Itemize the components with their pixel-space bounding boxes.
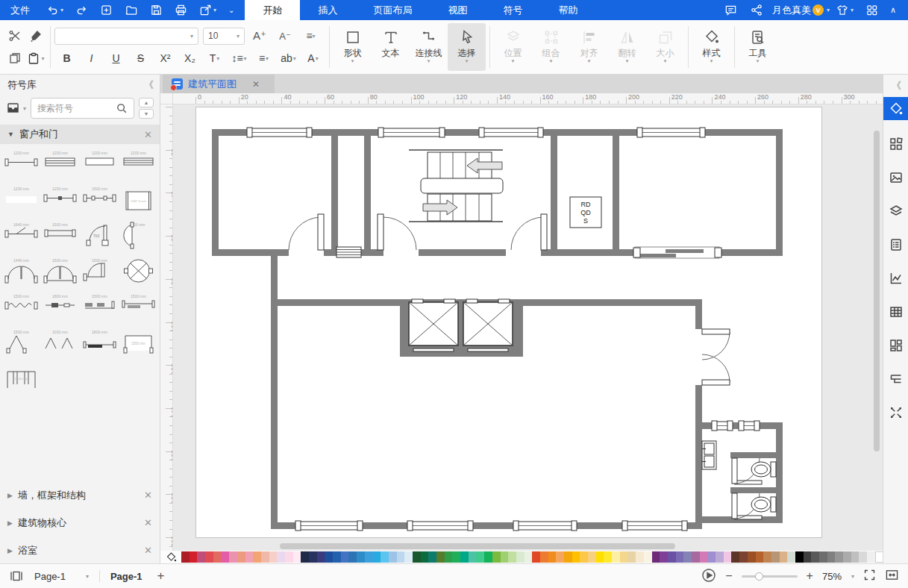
apps-grid-icon[interactable] <box>860 4 884 16</box>
color-swatch[interactable] <box>811 551 819 563</box>
right-panel-widgets[interactable] <box>883 132 908 155</box>
search-icon[interactable] <box>116 102 128 114</box>
color-swatch[interactable] <box>843 551 851 563</box>
paste-button[interactable]: ▾ <box>25 49 46 68</box>
right-panel-chart[interactable] <box>883 266 908 290</box>
symbol-door-right[interactable]: 700 <box>80 219 119 251</box>
color-swatch[interactable] <box>516 551 525 563</box>
floor-plan[interactable]: RDQDS <box>196 107 823 539</box>
color-swatch[interactable] <box>301 551 309 563</box>
library-down-button[interactable]: ▼ <box>139 109 154 119</box>
color-swatch[interactable] <box>612 551 620 563</box>
color-swatch[interactable] <box>644 551 652 563</box>
symbol-door-double2[interactable]: 1500 mm <box>41 254 81 287</box>
color-swatch[interactable] <box>731 551 739 563</box>
color-swatch[interactable] <box>293 551 301 563</box>
color-swatch[interactable] <box>692 551 700 563</box>
color-swatch[interactable] <box>707 551 716 563</box>
menu-tab-6[interactable]: 帮助 <box>540 0 595 20</box>
fullscreen-button[interactable] <box>863 569 876 584</box>
color-swatch[interactable] <box>756 551 764 563</box>
symbol-label-blank[interactable]: 1200 mm <box>1 183 41 216</box>
color-swatch[interactable] <box>620 551 628 563</box>
color-swatch[interactable] <box>317 551 325 563</box>
export-caret[interactable]: ▾ <box>213 7 216 13</box>
presentation-play-button[interactable] <box>701 568 716 585</box>
underline-button[interactable]: U <box>104 49 128 68</box>
symbol-win-slide2[interactable]: 1500 mm <box>80 290 119 323</box>
color-swatch[interactable] <box>572 551 580 563</box>
bold-button[interactable]: B <box>54 49 79 68</box>
color-swatch[interactable] <box>540 551 548 563</box>
section-close-icon[interactable]: ✕ <box>144 517 152 528</box>
color-swatch[interactable] <box>357 551 365 563</box>
section-windows-doors[interactable]: ▼ 窗户和门 ✕ <box>0 125 160 144</box>
color-swatch[interactable] <box>413 551 421 563</box>
paste-caret[interactable]: ▾ <box>41 55 44 62</box>
section-bathroom[interactable]: ▶浴室✕ <box>0 537 160 564</box>
color-swatch[interactable] <box>365 551 373 563</box>
color-swatch[interactable] <box>508 551 516 563</box>
document-close-icon[interactable]: ✕ <box>252 79 260 90</box>
right-panel-image[interactable] <box>883 166 908 189</box>
color-swatch[interactable] <box>525 551 533 563</box>
symbol-win-frame[interactable]: 1500 mm <box>119 326 159 359</box>
font-family-select[interactable]: ▾ <box>54 28 198 45</box>
format-painter-button[interactable] <box>25 26 46 46</box>
symbol-door-half[interactable]: 700 mm <box>119 219 159 251</box>
color-swatch[interactable] <box>221 551 229 563</box>
color-swatch[interactable] <box>285 551 293 563</box>
color-swatch[interactable] <box>229 551 237 563</box>
color-swatch[interactable] <box>652 551 660 563</box>
section-close-icon[interactable]: ✕ <box>144 545 152 556</box>
highlight-color-button[interactable]: A▾ <box>301 49 325 68</box>
library-up-button[interactable]: ▲ <box>139 98 154 107</box>
section-close-icon[interactable]: ✕ <box>144 129 152 140</box>
symbol-win-opening[interactable]: 1500 mm <box>41 219 81 251</box>
color-swatch[interactable] <box>428 551 436 563</box>
color-swatch[interactable] <box>190 551 198 563</box>
line-spacing-button[interactable]: ↕≡▾ <box>227 49 251 68</box>
toolbar-select-button[interactable]: 选择▾ <box>448 23 486 71</box>
subscript-button[interactable]: X₂ <box>178 49 202 68</box>
right-panel-notes[interactable] <box>883 233 908 256</box>
undo-caret[interactable]: ▾ <box>60 7 63 13</box>
superscript-button[interactable]: X² <box>153 49 178 68</box>
cut-button[interactable] <box>4 26 25 46</box>
page-select[interactable]: Page-1▾ <box>34 571 89 582</box>
fill-color-icon[interactable] <box>166 551 177 563</box>
right-panel-split-arrows[interactable] <box>883 401 908 424</box>
symbol-door-pocket2[interactable]: 1800 mm <box>80 326 119 359</box>
vertical-scrollbar[interactable] <box>874 131 880 451</box>
redo-button[interactable] <box>69 0 94 20</box>
vip-badge[interactable]: V <box>812 4 824 16</box>
color-swatch[interactable] <box>348 551 357 563</box>
color-swatch[interactable] <box>636 551 644 563</box>
decrease-font-button[interactable]: A⁻ <box>275 26 295 46</box>
symbol-door-dpocket[interactable]: 1500 mm <box>1 362 41 395</box>
collapse-right-panel-icon[interactable]: 《 <box>892 75 900 97</box>
color-swatch[interactable] <box>333 551 341 563</box>
color-swatch[interactable] <box>660 551 668 563</box>
toolbar-connector-button[interactable]: 连接线▾ <box>410 23 448 71</box>
zoom-in-button[interactable]: + <box>807 569 813 583</box>
color-swatch[interactable] <box>452 551 460 563</box>
menu-tab-4[interactable]: 视图 <box>430 0 485 20</box>
color-swatch[interactable] <box>604 551 612 563</box>
color-swatch[interactable] <box>780 551 788 563</box>
zoom-out-button[interactable]: − <box>725 569 732 583</box>
menu-tab-1[interactable]: 开始 <box>245 0 300 20</box>
color-swatch[interactable] <box>421 551 429 563</box>
symbol-win-double[interactable]: 1200 mm <box>41 147 81 180</box>
color-swatch[interactable] <box>596 551 604 563</box>
color-swatch[interactable] <box>683 551 692 563</box>
zoom-slider[interactable] <box>742 575 798 578</box>
symbol-win-basic[interactable]: 1200 mm <box>1 147 41 180</box>
fit-page-button[interactable] <box>885 569 899 584</box>
right-panel-layers[interactable] <box>883 199 908 222</box>
color-swatch[interactable] <box>484 551 492 563</box>
section-close-icon[interactable]: ✕ <box>144 490 152 501</box>
color-swatch[interactable] <box>213 551 222 563</box>
library-caret[interactable]: ▾ <box>23 105 26 112</box>
color-swatch[interactable] <box>261 551 269 563</box>
